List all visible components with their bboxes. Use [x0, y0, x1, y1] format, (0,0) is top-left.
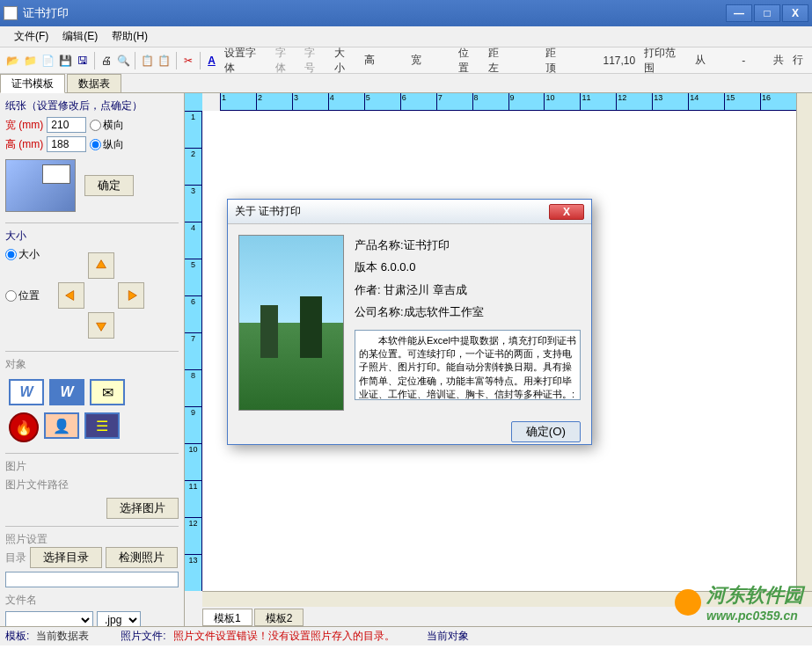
image-path-label: 图片文件路径 — [5, 478, 179, 492]
printer-icon — [5, 159, 76, 212]
author-label: 作者: — [355, 283, 381, 296]
about-title: 关于 证书打印 — [235, 204, 549, 219]
titlebar: 证书打印 — □ X — [0, 0, 812, 26]
object-envelope-icon[interactable]: ✉ — [90, 379, 125, 405]
copy-icon[interactable]: 📋 — [139, 53, 155, 69]
width-label: 宽 — [407, 53, 425, 68]
app-icon — [4, 6, 18, 20]
portrait-label: 纵向 — [103, 137, 124, 152]
size-section-title: 大小 — [5, 229, 179, 244]
width-input[interactable] — [47, 117, 86, 133]
dir-input[interactable] — [5, 572, 179, 587]
image-section-title: 图片 — [5, 459, 179, 474]
about-description: 本软件能从Excel中提取数据，填充打印到证书的某位置。可连续打印，一个证书的两… — [355, 330, 581, 400]
height-input[interactable] — [47, 136, 86, 152]
arrow-right-button[interactable] — [118, 282, 144, 309]
company-value: 成志软件工作室 — [404, 305, 484, 318]
maximize-button[interactable]: □ — [754, 4, 780, 22]
new-icon[interactable]: 📂 — [5, 53, 21, 69]
position-radio[interactable] — [5, 290, 17, 302]
save-icon[interactable]: 💾 — [57, 53, 73, 69]
print-range-label: 打印范围 — [640, 46, 689, 76]
left-panel: 纸张（设置修改后，点确定） 宽 (mm) 横向 高 (mm) 纵向 确定 大小 … — [0, 93, 185, 626]
font-label: 字体 — [272, 46, 300, 76]
position-label: 位置 — [455, 46, 483, 76]
width-label: 宽 (mm) — [5, 118, 43, 133]
tab-data[interactable]: 数据表 — [67, 74, 121, 92]
check-photo-button[interactable]: 检测照片 — [106, 547, 178, 568]
total-label: 共 — [770, 53, 787, 68]
size-radio[interactable] — [5, 249, 17, 260]
filename-label: 文件名 — [5, 593, 37, 608]
select-dir-button[interactable]: 选择目录 — [30, 547, 102, 568]
from-left-label: 距左 — [485, 46, 513, 76]
paste-icon[interactable]: 📋 — [157, 53, 172, 69]
cut-icon[interactable]: ✂ — [180, 53, 196, 69]
open-icon[interactable]: 📁 — [23, 53, 39, 69]
height-label: 高 — [361, 53, 378, 68]
coords-label: 117,10 — [599, 55, 639, 67]
object-word2-icon[interactable]: W — [49, 379, 84, 405]
font-setting-label[interactable]: 设置字体 — [221, 46, 269, 76]
status-current-obj: 当前对象 — [427, 629, 469, 644]
company-label: 公司名称: — [355, 305, 404, 318]
status-photo-label: 照片文件: — [121, 629, 165, 644]
menubar: 文件(F) 编辑(E) 帮助(H) — [0, 26, 812, 47]
tab-template[interactable]: 证书模板 — [0, 74, 65, 93]
filename-select[interactable] — [5, 611, 93, 626]
arrow-up-button[interactable] — [88, 252, 114, 279]
object-person-icon[interactable]: 👤 — [44, 412, 79, 439]
menu-edit[interactable]: 编辑(E) — [55, 29, 105, 44]
document-icon[interactable]: 📄 — [40, 53, 56, 69]
ruler-vertical: 1 2 3 4 5 6 7 8 9 10 11 12 13 — [185, 111, 202, 591]
tab-template1[interactable]: 模板1 — [202, 609, 252, 626]
close-button[interactable]: X — [782, 4, 808, 22]
watermark-url: www.pc0359.cn — [706, 609, 803, 623]
about-dialog: 关于 证书打印 X 产品名称:证书打印 版本 6.0.0.0 作者: 甘肃泾川 … — [227, 199, 592, 445]
landscape-radio[interactable] — [90, 120, 101, 131]
paper-ok-button[interactable]: 确定 — [84, 175, 134, 196]
arrow-left-button[interactable] — [58, 282, 84, 309]
photo-section-title: 照片设置 — [5, 532, 179, 547]
ruler-horizontal: 1 2 3 4 5 6 7 8 9 10 11 12 13 14 15 16 — [220, 93, 796, 111]
tab-template2[interactable]: 模板2 — [254, 609, 304, 626]
toolbar: 📂 📁 📄 💾 🖫 🖨 🔍 📋 📋 ✂ A 设置字体 字体 字号 大小 高 宽 … — [0, 47, 812, 74]
status-photo-error: 照片文件设置错误！没有设置照片存入的目录。 — [173, 629, 395, 644]
object-dark-icon[interactable]: ☰ — [84, 412, 120, 439]
watermark-icon — [675, 589, 701, 616]
about-titlebar: 关于 证书打印 X — [228, 200, 591, 224]
object-red-icon[interactable]: 🔥 — [9, 412, 39, 442]
author-value: 甘肃泾川 章吉成 — [384, 283, 467, 296]
print-icon[interactable]: 🖨 — [99, 53, 114, 69]
object-word-icon[interactable]: W — [9, 379, 44, 405]
save-all-icon[interactable]: 🖫 — [75, 53, 91, 69]
product-value: 证书打印 — [404, 238, 450, 252]
dir-label: 目录 — [5, 551, 26, 565]
arrow-down-button[interactable] — [88, 312, 114, 339]
menu-help[interactable]: 帮助(H) — [105, 29, 155, 44]
fontsize-label: 字号 — [301, 46, 329, 76]
menu-file[interactable]: 文件(F) — [7, 29, 55, 44]
watermark-text: 河东软件园 — [706, 582, 803, 609]
watermark: 河东软件园 www.pc0359.cn — [675, 582, 803, 623]
ext-select[interactable]: .jpg — [97, 611, 141, 626]
statusbar: 模板: 当前数据表 照片文件: 照片文件设置错误！没有设置照片存入的目录。 当前… — [0, 626, 812, 645]
dash-label: - — [738, 55, 749, 67]
from-top-label: 距顶 — [542, 46, 570, 76]
font-icon[interactable]: A — [204, 53, 220, 69]
object-section-title: 对象 — [5, 357, 179, 372]
window-title: 证书打印 — [23, 5, 726, 21]
about-close-button[interactable]: X — [549, 204, 584, 220]
from-label: 从 — [691, 53, 709, 68]
status-data-label: 当前数据表 — [36, 629, 89, 644]
minimize-button[interactable]: — — [726, 4, 752, 22]
rows-label: 行 — [789, 53, 807, 68]
version-label: 版本 — [355, 260, 377, 273]
about-ok-button[interactable]: 确定(O) — [511, 421, 581, 442]
print-preview-icon[interactable]: 🔍 — [116, 53, 132, 69]
portrait-radio[interactable] — [90, 139, 101, 150]
scrollbar-vertical[interactable] — [796, 111, 812, 591]
about-image — [238, 235, 344, 411]
product-label: 产品名称: — [355, 238, 404, 252]
select-image-button[interactable]: 选择图片 — [106, 498, 179, 519]
